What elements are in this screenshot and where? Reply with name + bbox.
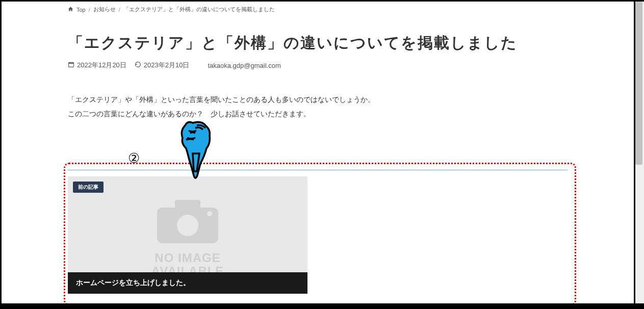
annotation-number: ② [128,150,140,166]
article-navigation: 前の記事 NO IMAGE AVAILABLE [68,170,568,294]
body-line-1: 「エクステリア」や「外構」といった言葉を聞いたことのある人も多いのではないでしょ… [68,92,568,107]
article-body: 「エクステリア」や「外構」といった言葉を聞いたことのある人も多いのではないでしょ… [68,92,568,121]
page-title: 「エクステリア」と「外構」の違いについてを掲載しました [68,33,568,54]
body-line-2: この二つの言葉にどんな違いがあるのか？ 少しお話させていただきます。 [68,107,568,121]
page-viewport: Top / お知らせ / 「エクステリア」と「外構」の違いについてを掲載しました… [2,2,634,303]
scrollbar-thumb[interactable] [635,2,642,165]
prev-article-title: ホームページを立ち上げしました。 [68,272,307,294]
prev-badge: 前の記事 [73,182,104,193]
article-meta: 2022年12月20日 2023年2月10日 takaoka.gdp@gmail… [68,61,568,70]
svg-rect-1 [69,63,74,64]
breadcrumb-separator: / [89,7,90,13]
breadcrumb: Top / お知らせ / 「エクステリア」と「外構」の違いについてを掲載しました [2,2,634,17]
article-content: 「エクステリア」と「外構」の違いについてを掲載しました 2022年12月20日 … [2,17,634,294]
calendar-icon [68,61,74,69]
published-date-text: 2022年12月20日 [77,61,126,70]
svg-rect-5 [175,200,200,210]
breadcrumb-separator: / [119,7,120,13]
camera-icon [149,192,226,248]
updated-date-text: 2023年2月10日 [144,61,190,70]
home-icon [68,6,73,13]
refresh-icon [135,61,141,69]
author-link[interactable]: takaoka.gdp@gmail.com [208,62,280,69]
published-date: 2022年12月20日 [68,61,126,70]
related-nav-wrap: ② 前の記事 [68,170,568,294]
updated-date: 2023年2月10日 [135,61,190,70]
breadcrumb-current: 「エクステリア」と「外構」の違いについてを掲載しました [123,6,275,13]
svg-point-8 [207,211,212,216]
previous-article-card[interactable]: 前の記事 NO IMAGE AVAILABLE [68,176,307,294]
no-image-text-1: NO IMAGE [151,251,224,265]
pointing-hand-icon [170,118,221,184]
breadcrumb-home[interactable]: Top [76,7,86,13]
breadcrumb-category[interactable]: お知らせ [93,6,116,13]
